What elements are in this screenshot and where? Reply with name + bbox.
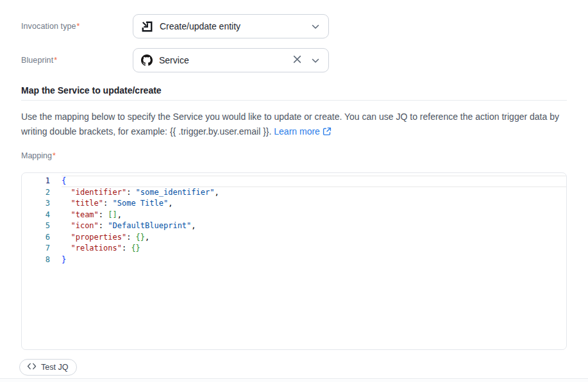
blueprint-select[interactable]: Service — [133, 48, 329, 72]
line-number: 7 — [22, 243, 50, 254]
section-divider — [21, 100, 567, 101]
line-number: 8 — [22, 254, 50, 266]
test-jq-label: Test JQ — [41, 363, 68, 372]
code-line[interactable]: 2 "identifier": "some_identifier", — [22, 187, 566, 199]
learn-more-link[interactable]: Learn more — [274, 124, 332, 139]
blueprint-label: Blueprint* — [21, 56, 133, 65]
required-asterisk: * — [77, 22, 80, 31]
section-description: Use the mapping below to specify the Ser… — [21, 110, 563, 138]
invocation-type-select[interactable]: Create/update entity — [133, 14, 329, 38]
line-content: { — [62, 176, 566, 187]
code-line[interactable]: 5 "icon": "DefaultBlueprint", — [22, 220, 566, 232]
line-content: "identifier": "some_identifier", — [62, 187, 566, 199]
github-icon — [141, 54, 153, 66]
line-number: 2 — [22, 187, 50, 199]
section-heading: Map the Service to update/create — [21, 85, 162, 96]
code-lines: 1{2 "identifier": "some_identifier",3 "t… — [22, 176, 566, 265]
clear-x-icon[interactable] — [293, 54, 301, 66]
external-link-icon — [323, 126, 332, 140]
entity-create-update-icon — [141, 21, 153, 33]
line-content: "relations": {} — [62, 243, 566, 254]
invocation-type-label: Invocation type* — [21, 22, 133, 31]
blueprint-row: Blueprint* Service — [21, 48, 329, 72]
mapping-label: Mapping* — [21, 151, 56, 160]
test-jq-button[interactable]: Test JQ — [19, 359, 77, 376]
code-line[interactable]: 6 "properties": {}, — [22, 232, 566, 244]
invocation-type-value: Create/update entity — [160, 21, 305, 31]
line-number: 3 — [22, 198, 50, 210]
bottom-edge-divider — [0, 378, 588, 382]
required-asterisk: * — [53, 151, 56, 160]
chevron-down-icon[interactable] — [312, 21, 319, 32]
line-content: "title": "Some Title", — [62, 198, 566, 210]
line-number: 6 — [22, 232, 50, 244]
line-content: } — [62, 254, 566, 266]
chevron-down-icon[interactable] — [312, 54, 319, 66]
line-content: "icon": "DefaultBlueprint", — [62, 220, 566, 232]
line-content: "properties": {}, — [62, 232, 566, 244]
code-line[interactable]: 3 "title": "Some Title", — [22, 198, 566, 210]
required-asterisk: * — [54, 56, 57, 65]
code-line[interactable]: 7 "relations": {} — [22, 243, 566, 254]
code-brackets-icon — [27, 363, 37, 372]
line-number: 1 — [22, 176, 50, 187]
line-number: 5 — [22, 220, 50, 232]
code-line[interactable]: 8} — [22, 254, 566, 266]
blueprint-value: Service — [159, 55, 287, 65]
invocation-type-row: Invocation type* Create/update entity — [21, 14, 329, 38]
code-line[interactable]: 4 "team": [], — [22, 210, 566, 221]
mapping-code-editor[interactable]: 1{2 "identifier": "some_identifier",3 "t… — [21, 172, 567, 350]
line-content: "team": [], — [62, 210, 566, 221]
line-number: 4 — [22, 210, 50, 221]
code-line[interactable]: 1{ — [22, 176, 566, 187]
